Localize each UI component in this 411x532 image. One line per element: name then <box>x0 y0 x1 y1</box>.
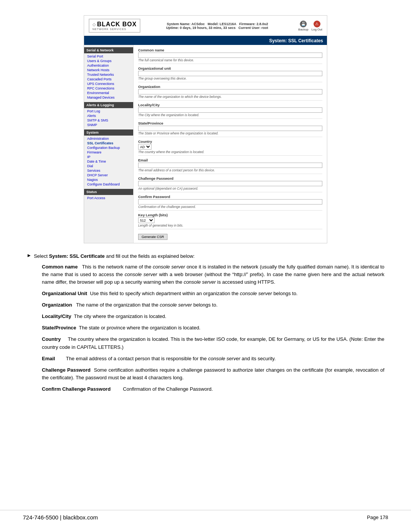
sidebar-item-serial-port[interactable]: Serial Port <box>84 54 133 59</box>
term-state: State/Province <box>42 325 76 331</box>
sidebar-item-snmp[interactable]: SNMP <box>84 123 133 127</box>
arrow-icon: ► <box>27 252 32 258</box>
email-input[interactable] <box>138 163 322 168</box>
form-row-organization: Organization The name of the organizatio… <box>138 85 322 101</box>
logout-button[interactable]: ⚠ Log Out <box>312 21 322 31</box>
sidebar-item-smtp-sms[interactable]: SMTP & SMS <box>84 118 133 123</box>
sidebar-item-trusted-networks[interactable]: Trusted Networks <box>84 72 133 77</box>
term-org-unit: Organizational Unit <box>42 291 87 296</box>
form-hint-locality: The City where the organization is locat… <box>138 113 322 117</box>
form-row-state: State/Province The State or Province whe… <box>138 121 322 137</box>
logo-network: NETWORK SERVICES <box>92 28 126 30</box>
form-label-state: State/Province <box>138 121 322 125</box>
system-name-label: System Name: <box>167 22 190 26</box>
form-hint-org-unit: The group overseeing this device. <box>138 77 322 80</box>
sidebar-item-configuration-backup[interactable]: Configuration Backup <box>84 145 133 150</box>
sidebar-item-dial[interactable]: Dial <box>84 164 133 168</box>
common-name-input[interactable] <box>138 53 322 58</box>
term-locality: Locality/City <box>42 313 71 319</box>
logout-icon: ⚠ <box>314 21 320 27</box>
form-label-org-unit: Organizational unit <box>138 66 322 70</box>
organization-input[interactable] <box>138 89 322 94</box>
page-footer: 724-746-5500 | blackbox.com Page 178 <box>0 510 411 521</box>
current-user-value: root <box>261 26 268 30</box>
sidebar-section-serial-network: Serial & Network Serial Port Users & Gro… <box>84 47 133 100</box>
term-country: Country <box>42 336 61 342</box>
sidebar-item-dhcp-server[interactable]: DHCP Server <box>84 173 133 177</box>
sidebar-item-administration[interactable]: Administration <box>84 136 133 141</box>
header-bar: ◇ BLACK BOX NETWORK SERVICES System Name… <box>84 16 327 37</box>
confirm-password-input[interactable] <box>138 199 322 204</box>
logo-box: ◇ BLACK BOX NETWORK SERVICES <box>89 19 140 33</box>
form-row-org-unit: Organizational unit The group overseeing… <box>138 66 322 82</box>
term-email: Email <box>42 356 55 361</box>
sidebar-item-managed-devices[interactable]: Managed Devices <box>84 95 133 100</box>
term-common-name: Common name <box>42 264 78 270</box>
form-label-confirm-password: Confirm Password <box>138 195 322 199</box>
sidebar-item-ups-connections[interactable]: UPS Connections <box>84 81 133 86</box>
logo-blackbox: BLACK BOX <box>97 21 137 28</box>
key-length-select[interactable]: 512 1024 2048 <box>138 217 155 223</box>
sidebar-item-environmental[interactable]: Environmental <box>84 91 133 95</box>
state-input[interactable] <box>138 126 322 131</box>
firmware-value: 2.8.0u2 <box>256 22 268 26</box>
sidebar-item-authentication[interactable]: Authentication <box>84 63 133 68</box>
system-info: System Name: ACSdoc Model: LES1216A Firm… <box>166 22 268 30</box>
sidebar-section-alerts-logging: Alerts & Logging Port Log Alerts SMTP & … <box>84 102 133 127</box>
header-buttons: 💾 Backup ⚠ Log Out <box>298 21 322 31</box>
footer-page: Page 178 <box>367 514 388 520</box>
form-hint-country: The country where the organization is lo… <box>138 150 322 154</box>
sidebar-item-firmware[interactable]: Firmware <box>84 150 133 155</box>
uptime-value: 0 days, 19 hours, 33 mins, 33 secs <box>180 26 236 30</box>
sidebar-item-ip[interactable]: IP <box>84 155 133 159</box>
sidebar-item-network-hosts[interactable]: Network Hosts <box>84 68 133 72</box>
sidebar-item-ssl-certificates[interactable]: SSL Certificates <box>84 141 133 145</box>
form-hint-organization: The name of the organization to which th… <box>138 95 322 99</box>
sidebar-item-cascaded-ports[interactable]: Cascaded Ports <box>84 77 133 81</box>
org-unit-input[interactable] <box>138 71 322 76</box>
backup-label: Backup <box>298 28 309 31</box>
form-row-common-name: Common name The full canonical name for … <box>138 48 322 64</box>
instruction-block-country: Country The country where the organizati… <box>42 335 384 351</box>
form-label-country: Country <box>138 139 322 144</box>
challenge-password-input[interactable] <box>138 181 322 186</box>
sidebar-item-configure-dashboard[interactable]: Configure Dashboard <box>84 182 133 187</box>
logout-label: Log Out <box>312 28 322 31</box>
term-organization: Organization <box>42 302 72 308</box>
instruction-block-email: Email The email address of a contact per… <box>42 355 384 363</box>
form-row-country: Country AD US DE The country where the o… <box>138 139 322 156</box>
form-row-locality: Locality/City The City where the organiz… <box>138 103 322 119</box>
sidebar-item-rpc-connections[interactable]: RPC Connections <box>84 86 133 91</box>
sidebar-section-title-serial-network: Serial & Network <box>84 47 133 53</box>
logo-area: ◇ BLACK BOX NETWORK SERVICES <box>89 19 140 33</box>
current-user-label: Current User: <box>239 26 261 30</box>
sidebar-item-alerts[interactable]: Alerts <box>84 113 133 118</box>
sidebar-item-services[interactable]: Services <box>84 168 133 173</box>
sidebar-item-nagios[interactable]: Nagios <box>84 177 133 182</box>
form-label-key-length: Key Length (bits) <box>138 213 322 217</box>
form-label-locality: Locality/City <box>138 103 322 107</box>
generate-csr-button[interactable]: Generate CSR <box>138 234 167 240</box>
sidebar-item-port-access[interactable]: Port Access <box>84 196 133 200</box>
main-content: Serial & Network Serial Port Users & Gro… <box>84 45 327 243</box>
backup-icon: 💾 <box>300 21 307 27</box>
country-select[interactable]: AD US DE <box>138 144 151 150</box>
sidebar-section-system: System Administration SSL Certificates C… <box>84 129 133 187</box>
backup-button[interactable]: 💾 Backup <box>298 21 309 31</box>
form-label-organization: Organization <box>138 85 322 89</box>
form-label-challenge-password: Challenge Password <box>138 176 322 181</box>
page-wrapper: ◇ BLACK BOX NETWORK SERVICES System Name… <box>0 0 411 532</box>
sidebar-item-port-log[interactable]: Port Log <box>84 109 133 113</box>
model-value: LES1216A <box>220 22 236 26</box>
term-confirm-challenge-password: Confirm Challenge Password <box>42 386 111 392</box>
form-label-common-name: Common name <box>138 48 322 52</box>
form-hint-state: The State or Province where the organiza… <box>138 131 322 135</box>
sidebar-item-users-groups[interactable]: Users & Groups <box>84 59 133 63</box>
sidebar-section-title-status: Status <box>84 189 133 195</box>
page-title: System: SSL Certificates <box>269 38 323 43</box>
sidebar-item-date-time[interactable]: Date & Time <box>84 159 133 164</box>
sidebar-section-title-alerts-logging: Alerts & Logging <box>84 102 133 108</box>
form-area: Common name The full canonical name for … <box>134 45 327 243</box>
locality-input[interactable] <box>138 107 322 113</box>
term-challenge-password: Challenge Password <box>42 367 91 373</box>
